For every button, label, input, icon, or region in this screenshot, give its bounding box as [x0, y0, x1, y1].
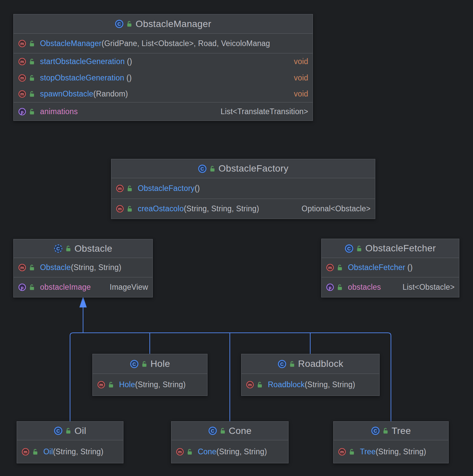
fields-compartment: animations List<TranslateTransition> [14, 102, 313, 121]
return-type: void [286, 89, 308, 98]
class-node-roadblock[interactable]: Roadblock Roadblock(String, String) [241, 354, 380, 396]
member-signature: ObstacleFactory() [138, 184, 200, 193]
class-name: ObstacleFetcher [365, 243, 436, 254]
return-type: Optional<Obstacle> [294, 204, 371, 213]
class-icon [130, 360, 139, 369]
field-name: obstacleImage [40, 283, 91, 292]
method-row[interactable]: startObstacleGeneration () void [14, 53, 313, 70]
class-name: Hole [150, 359, 170, 369]
fields-compartment: obstacleImage ImageView [14, 277, 152, 297]
class-header[interactable]: Obstacle [14, 239, 152, 258]
constructors-compartment: ObstacleFactory() [111, 178, 375, 199]
method-icon [116, 205, 124, 213]
lock-icon [349, 448, 355, 455]
class-header[interactable]: Cone [171, 422, 288, 440]
member-signature: ObstacleFetcher () [348, 263, 413, 272]
lock-icon [108, 381, 114, 388]
lock-icon [29, 58, 35, 65]
class-header[interactable]: Tree [334, 422, 448, 440]
fields-compartment: obstacles List<Obstacle> [322, 277, 459, 297]
property-icon [18, 107, 26, 116]
lock-icon [65, 245, 71, 252]
class-header[interactable]: Oil [17, 422, 123, 440]
constructor-row[interactable]: ObstacleManager(GridPane, List<Obstacle>… [14, 34, 313, 53]
method-icon [338, 448, 346, 456]
field-name: animations [40, 107, 78, 116]
class-node-obstaclefactory[interactable]: ObstacleFactory ObstacleFactory() creaOs… [111, 159, 375, 219]
class-node-tree[interactable]: Tree Tree(String, String) [333, 421, 449, 463]
class-header[interactable]: ObstacleFactory [111, 159, 375, 178]
methods-compartment: creaOstacolo(String, String, String) Opt… [111, 199, 375, 219]
class-node-obstaclefetcher[interactable]: ObstacleFetcher ObstacleFetcher () obsta… [321, 239, 459, 297]
class-node-obstaclemanager[interactable]: ObstacleManager ObstacleManager(GridPane… [13, 14, 313, 121]
method-row[interactable]: spawnObstacle(Random) void [14, 86, 313, 102]
class-icon [115, 19, 124, 28]
lock-icon [29, 264, 35, 271]
constructors-compartment: ObstacleFetcher () [322, 258, 459, 277]
class-node-hole[interactable]: Hole Hole(String, String) [92, 354, 207, 396]
member-signature: Roadblock(String, String) [268, 380, 355, 389]
field-type: List<TranslateTransition> [212, 107, 308, 116]
lock-icon [29, 108, 35, 115]
lock-icon [141, 361, 147, 368]
constructors-compartment: Oil(String, String) [17, 440, 123, 463]
method-icon [18, 39, 26, 48]
constructor-row[interactable]: Tree(String, String) [334, 440, 448, 463]
constructor-row[interactable]: Cone(String, String) [171, 440, 288, 463]
method-icon [18, 57, 26, 66]
class-name: Oil [74, 426, 86, 436]
class-icon [371, 426, 380, 435]
lock-icon [289, 361, 295, 368]
class-name: ObstacleFactory [218, 163, 289, 174]
return-type: void [286, 57, 308, 66]
class-node-oil[interactable]: Oil Oil(String, String) [17, 421, 123, 463]
field-row[interactable]: obstacleImage ImageView [14, 277, 152, 297]
class-node-obstacle[interactable]: Obstacle Obstacle(String, String) obstac… [13, 239, 153, 297]
class-node-cone[interactable]: Cone Cone(String, String) [171, 421, 289, 463]
method-row[interactable]: stopObstacleGeneration () void [14, 70, 313, 86]
method-icon [246, 381, 254, 389]
class-icon [345, 244, 354, 253]
constructor-row[interactable]: ObstacleFetcher () [322, 258, 459, 277]
method-icon [97, 381, 105, 389]
field-row[interactable]: obstacles List<Obstacle> [322, 277, 459, 297]
lock-icon [257, 381, 263, 388]
lock-icon [337, 264, 343, 271]
member-signature: spawnObstacle(Random) [40, 89, 128, 98]
lock-icon [126, 185, 133, 192]
method-icon [21, 448, 30, 456]
constructor-row[interactable]: Hole(String, String) [93, 374, 207, 396]
constructors-compartment: Tree(String, String) [334, 440, 448, 463]
member-signature: Obstacle(String, String) [40, 263, 121, 272]
method-row[interactable]: creaOstacolo(String, String, String) Opt… [111, 199, 375, 219]
member-signature: Hole(String, String) [119, 380, 186, 389]
class-icon [278, 360, 287, 369]
class-name: Tree [392, 426, 411, 436]
member-signature: Oil(String, String) [43, 447, 103, 456]
class-header[interactable]: ObstacleFetcher [322, 239, 459, 258]
lock-icon [29, 74, 35, 81]
methods-compartment: startObstacleGeneration () void stopObst… [14, 53, 313, 102]
constructor-row[interactable]: ObstacleFactory() [111, 178, 375, 199]
uml-diagram-canvas: C C m p [0, 0, 473, 476]
lock-icon [186, 448, 193, 455]
lock-icon [209, 165, 215, 172]
constructor-row[interactable]: Obstacle(String, String) [14, 258, 152, 277]
class-header[interactable]: Roadblock [242, 354, 379, 374]
class-name: ObstacleManager [135, 19, 211, 29]
lock-icon [29, 284, 35, 291]
class-header[interactable]: Hole [93, 354, 207, 374]
member-signature: startObstacleGeneration () [40, 57, 132, 66]
field-row[interactable]: animations List<TranslateTransition> [14, 102, 313, 121]
class-header[interactable]: ObstacleManager [14, 14, 313, 33]
constructor-row[interactable]: Oil(String, String) [17, 440, 123, 463]
constructor-row[interactable]: Roadblock(String, String) [242, 374, 379, 396]
class-name: Cone [229, 426, 252, 436]
lock-icon [219, 427, 226, 434]
method-icon [176, 448, 184, 456]
class-icon [54, 426, 63, 435]
member-signature: ObstacleManager(GridPane, List<Obstacle>… [40, 39, 270, 48]
constructors-compartment: Roadblock(String, String) [242, 374, 379, 396]
method-icon [18, 263, 26, 272]
class-icon [208, 426, 217, 435]
